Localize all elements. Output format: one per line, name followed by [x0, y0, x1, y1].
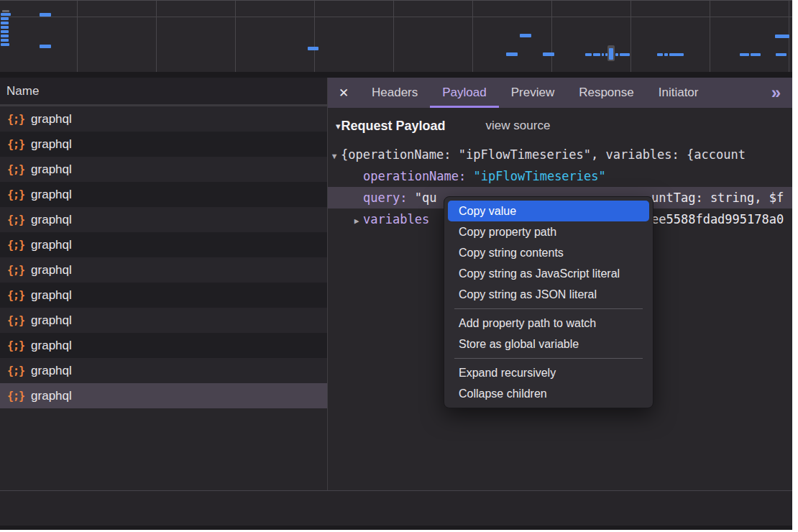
- request-timing-bar: [605, 53, 607, 56]
- network-row[interactable]: {;}graphql: [0, 207, 327, 232]
- request-timing-bar: [620, 53, 630, 56]
- json-braces-icon: {;}: [7, 214, 24, 226]
- collapsed-arrow-icon[interactable]: ▶: [350, 211, 363, 230]
- request-name: graphql: [31, 339, 72, 353]
- property-value-end: untTag: string, $f: [651, 187, 784, 208]
- json-braces-icon: {;}: [7, 239, 24, 252]
- json-braces-icon: {;}: [7, 163, 24, 176]
- network-row[interactable]: {;}graphql: [0, 257, 327, 283]
- overview-gridline: [235, 1, 236, 73]
- request-timing-bar: [669, 53, 684, 56]
- network-row[interactable]: {;}graphql: [0, 333, 327, 358]
- network-row[interactable]: {;}graphql: [0, 308, 327, 333]
- overview-gridline: [393, 1, 394, 73]
- request-timing-bar: [506, 52, 518, 56]
- network-row[interactable]: {;}graphql: [0, 232, 327, 257]
- request-name: graphql: [31, 263, 72, 278]
- request-timing-bar: [1, 13, 11, 16]
- network-row[interactable]: {;}graphql: [0, 182, 327, 207]
- request-timing-bar: [740, 53, 749, 56]
- tab-strip: HeadersPayloadPreviewResponseInitiator: [359, 78, 710, 108]
- menu-separator: [454, 358, 643, 359]
- close-details-button[interactable]: ✕: [328, 78, 359, 108]
- request-timing-bar: [585, 53, 592, 56]
- request-list: {;}graphql{;}graphql{;}graphql{;}graphql…: [0, 106, 327, 408]
- menu-item-copy-string-contents[interactable]: Copy string contents: [448, 242, 649, 263]
- request-timing-bar: [593, 53, 600, 56]
- tab-headers[interactable]: Headers: [359, 78, 430, 108]
- json-braces-icon: {;}: [7, 138, 24, 151]
- request-timing-bar: [40, 13, 51, 17]
- request-name: graphql: [31, 162, 72, 177]
- network-row[interactable]: {;}graphql: [0, 283, 327, 308]
- request-timing-bar: [1, 43, 9, 46]
- network-overview-strip[interactable]: [0, 0, 792, 72]
- request-name: graphql: [31, 137, 72, 152]
- request-timing-bar: [609, 48, 613, 60]
- request-timing-bar: [776, 53, 786, 56]
- request-timing-bar: [543, 52, 554, 56]
- json-braces-icon: {;}: [7, 188, 24, 201]
- section-expander-icon[interactable]: ▾: [336, 121, 341, 132]
- json-braces-icon: {;}: [7, 390, 24, 403]
- json-braces-icon: {;}: [7, 113, 24, 126]
- json-braces-icon: {;}: [7, 364, 24, 377]
- network-row[interactable]: {;}graphql: [0, 157, 327, 182]
- request-name: graphql: [31, 288, 72, 303]
- tab-preview[interactable]: Preview: [499, 78, 567, 108]
- overview-gridline: [472, 1, 473, 73]
- network-row[interactable]: {;}graphql: [0, 383, 327, 408]
- network-row[interactable]: {;}graphql: [0, 106, 327, 132]
- menu-item-copy-property-path[interactable]: Copy property path: [448, 221, 649, 242]
- request-table: Name {;}graphql{;}graphql{;}graphql{;}gr…: [0, 78, 327, 490]
- expanded-arrow-icon[interactable]: ▼: [328, 146, 341, 165]
- status-footer: [0, 491, 792, 526]
- request-name: graphql: [31, 213, 72, 227]
- property-key: variables: [363, 212, 429, 226]
- menu-item-expand-recursively[interactable]: Expand recursively: [448, 362, 649, 383]
- overview-gridline: [156, 1, 157, 73]
- request-name: graphql: [31, 364, 72, 378]
- menu-item-copy-string-as-javascript-literal[interactable]: Copy string as JavaScript literal: [448, 263, 649, 284]
- menu-item-add-property-path-to-watch[interactable]: Add property path to watch: [448, 313, 649, 334]
- tab-response[interactable]: Response: [567, 78, 646, 108]
- name-column-header[interactable]: Name: [0, 78, 327, 106]
- tree-root-row[interactable]: ▼{operationName: "ipFlowTimeseries", var…: [328, 144, 792, 165]
- request-name: graphql: [31, 313, 72, 328]
- request-timing-bar: [751, 53, 761, 56]
- request-timing-bar: [1, 30, 9, 33]
- request-timing-bar: [40, 45, 51, 48]
- tab-payload[interactable]: Payload: [430, 78, 498, 108]
- name-column-label: Name: [6, 84, 39, 98]
- property-value-end: ee5588fdad995178a0: [651, 208, 784, 230]
- menu-item-copy-value[interactable]: Copy value: [448, 201, 649, 221]
- network-row[interactable]: {;}graphql: [0, 132, 327, 157]
- tab-initiator[interactable]: Initiator: [646, 78, 711, 108]
- property-key: operationName:: [363, 169, 466, 183]
- overview-divider: [0, 72, 792, 78]
- tree-operation-row[interactable]: operationName: "ipFlowTimeseries": [328, 165, 792, 187]
- request-name: graphql: [31, 389, 72, 403]
- overview-gridline: [77, 1, 78, 73]
- menu-item-store-as-global-variable[interactable]: Store as global variable: [448, 334, 649, 354]
- request-timing-bar: [1, 17, 9, 20]
- overview-gridline: [0, 17, 792, 17]
- request-timing-bar: [308, 47, 318, 50]
- property-value: "ipFlowTimeseries": [474, 169, 606, 183]
- menu-item-collapse-children[interactable]: Collapse children: [448, 383, 649, 404]
- request-timing-bar: [602, 53, 604, 56]
- view-source-link[interactable]: view source: [486, 119, 551, 133]
- request-name: graphql: [31, 112, 72, 127]
- request-timing-bar: [520, 34, 531, 37]
- request-timing-bar: [664, 53, 668, 56]
- more-tabs-button[interactable]: »: [771, 78, 792, 108]
- chevron-double-right-icon: »: [771, 83, 781, 103]
- close-icon: ✕: [339, 86, 349, 101]
- request-timing-bar: [1, 35, 9, 37]
- menu-separator: [454, 308, 643, 309]
- request-timing-bar: [657, 53, 663, 56]
- root-object-preview: {operationName: "ipFlowTimeseries", vari…: [341, 147, 746, 162]
- network-row[interactable]: {;}graphql: [0, 358, 327, 383]
- menu-item-copy-string-as-json-literal[interactable]: Copy string as JSON literal: [448, 284, 649, 305]
- property-key: query:: [363, 191, 407, 205]
